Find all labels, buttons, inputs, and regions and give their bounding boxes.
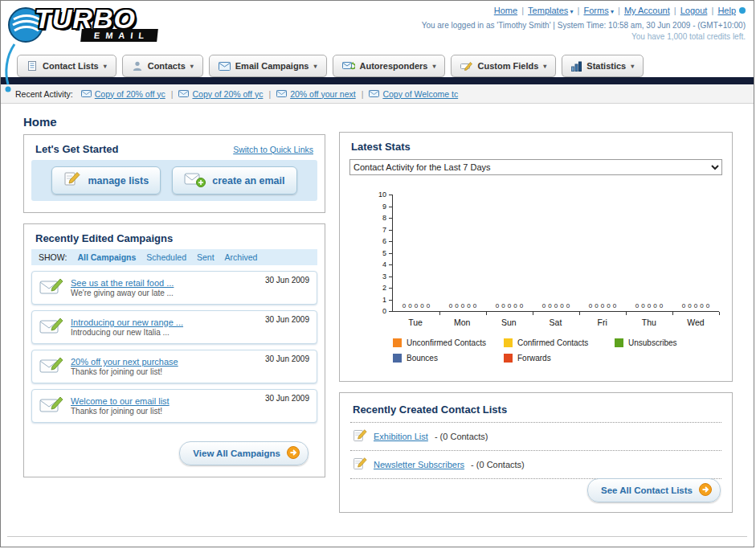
nav-tab-statistics[interactable]: Statistics▾ <box>562 55 644 77</box>
view-all-campaigns-label: View All Campaigns <box>193 449 280 458</box>
campaign-envelope-pencil-icon <box>39 355 63 378</box>
legend-item-confirmed-contacts: Confirmed Contacts <box>504 338 615 347</box>
top-link-templates[interactable]: Templates <box>528 6 568 15</box>
recent-activity-link[interactable]: Copy of 20% off yc <box>95 89 166 99</box>
y-tick: 3 <box>370 273 392 281</box>
logo-email-banner: EMAIL <box>80 29 158 42</box>
campaign-envelope-pencil-icon <box>39 395 63 417</box>
manage-lists-button[interactable]: manage lists <box>51 166 161 195</box>
legend-label: Unconfirmed Contacts <box>407 338 486 347</box>
campaign-list-item[interactable]: See us at the retail food ...We're givin… <box>31 271 317 305</box>
y-tick: 5 <box>370 250 392 257</box>
contact-lists-title: Recently Created Contact Lists <box>353 404 507 416</box>
campaign-list-item[interactable]: 20% off your next purchaseThanks for joi… <box>31 350 317 383</box>
divider-bar <box>1 77 754 84</box>
create-email-label: create an email <box>212 175 284 186</box>
chart-group-fri: 00000 <box>579 195 626 311</box>
contact-list-count: - (0 Contacts) <box>435 432 488 441</box>
recent-activity-link[interactable]: Copy of 20% off yc <box>192 89 263 99</box>
main-nav-tabs: Contact Lists▾Contacts▾Email Campaigns▾A… <box>17 55 644 77</box>
y-tick: 4 <box>370 261 392 268</box>
chevron-down-icon: ▾ <box>432 63 435 70</box>
legend-label: Bounces <box>407 354 438 363</box>
top-link-forms[interactable]: Forms <box>583 6 608 15</box>
y-tick: 9 <box>370 203 392 211</box>
statistics-icon <box>571 61 582 72</box>
x-axis-label: Thu <box>626 318 672 327</box>
contact-list-link[interactable]: Newsletter Subscribers <box>374 460 464 469</box>
top-nav: Home | Templates ▾ | Forms ▾ | My Accoun… <box>494 6 736 15</box>
pencil-paper-icon <box>63 171 81 190</box>
recent-activity-item: Copy of 20% off yc <box>81 89 166 99</box>
contact-list-link[interactable]: Exhibition List <box>374 432 428 441</box>
x-axis-label: Wed <box>672 318 719 327</box>
campaign-filter-bar: SHOW: All CampaignsScheduledSentArchived <box>31 249 317 265</box>
separator: | <box>171 89 174 99</box>
y-tick: 1 <box>370 297 392 304</box>
top-link-help[interactable]: Help <box>717 6 736 15</box>
switch-quick-links[interactable]: Switch to Quick Links <box>233 145 313 154</box>
recent-activity-link[interactable]: 20% off your next <box>290 89 356 99</box>
campaign-title-link[interactable]: See us at the retail food ... <box>71 278 174 288</box>
x-axis-label: Tue <box>392 318 439 327</box>
campaign-filter-scheduled[interactable]: Scheduled <box>146 252 186 262</box>
x-axis-label: Fri <box>579 318 626 327</box>
chevron-down-icon: ▾ <box>631 63 634 70</box>
view-all-campaigns-button[interactable]: View All Campaigns <box>179 441 309 465</box>
recent-activity-label: Recent Activity: <box>15 89 73 99</box>
campaign-date: 30 Jun 2009 <box>265 315 309 324</box>
envelope-icon <box>276 89 287 99</box>
nav-tab-email-campaigns[interactable]: Email Campaigns▾ <box>209 55 327 77</box>
campaign-title-link[interactable]: 20% off your next purchase <box>71 357 178 367</box>
chevron-down-icon: ▾ <box>190 63 194 70</box>
footer-divider <box>7 536 747 537</box>
campaign-envelope-pencil-icon <box>39 316 63 338</box>
top-link-logout[interactable]: Logout <box>680 6 708 15</box>
stats-period-select[interactable]: Contact Activity for the Last 7 Days <box>349 159 722 175</box>
campaign-filter-archived[interactable]: Archived <box>225 252 258 262</box>
campaign-filter-all-campaigns[interactable]: All Campaigns <box>77 252 136 262</box>
legend-label: Unsubscribes <box>628 338 677 347</box>
chart-y-axis: 109876543210 <box>370 191 392 315</box>
recent-activity-link[interactable]: Copy of Welcome tc <box>382 89 458 99</box>
contact-lists: Exhibition List- (0 Contacts)Newsletter … <box>340 423 732 479</box>
chart-group-mon: 00000 <box>439 195 486 311</box>
chart-group-sun: 00000 <box>486 195 533 311</box>
recent-contact-lists-panel: Recently Created Contact Lists Exhibitio… <box>339 392 733 513</box>
nav-tab-contacts[interactable]: Contacts▾ <box>122 55 203 77</box>
nav-tab-label: Email Campaigns <box>235 61 309 71</box>
campaign-subtitle: Introducing our new Italia ... <box>71 328 183 337</box>
edit-pencil-icon <box>353 457 367 473</box>
email-campaigns-icon <box>219 62 231 71</box>
top-link-my-account[interactable]: My Account <box>624 6 670 15</box>
get-started-panel: Let's Get Started Switch to Quick Links … <box>23 134 325 213</box>
nav-tab-autoresponders[interactable]: Autoresponders▾ <box>333 55 446 77</box>
contact-list-count: - (0 Contacts) <box>471 460 525 469</box>
campaign-list-item[interactable]: Welcome to our email listThanks for join… <box>31 389 317 423</box>
campaign-title-link[interactable]: Welcome to our email list <box>71 396 170 406</box>
campaign-title-link[interactable]: Introducing our new range ... <box>71 318 183 327</box>
separator: | <box>672 6 679 15</box>
legend-item-unsubscribes: Unsubscribes <box>615 338 725 347</box>
campaign-date: 30 Jun 2009 <box>265 394 309 403</box>
envelope-icon <box>81 89 92 99</box>
chart-x-axis: TueMonSunSatFriThuWed <box>392 318 719 327</box>
legend-swatch <box>504 354 513 363</box>
nav-tab-label: Contact Lists <box>43 61 99 71</box>
chart-plot-area: 00000000000000000000000000000000000 <box>393 195 719 311</box>
campaign-filter-sent[interactable]: Sent <box>197 252 215 262</box>
y-tick: 6 <box>370 238 392 245</box>
credits-info: You have 1,000 total credits left. <box>422 32 746 41</box>
y-tick: 7 <box>370 227 392 234</box>
create-email-button[interactable]: create an email <box>172 166 296 195</box>
see-all-contact-lists-button[interactable]: See All Contact Lists <box>587 478 721 502</box>
autoresponders-icon <box>342 61 355 71</box>
recent-activity-item: Copy of 20% off yc <box>178 89 263 99</box>
separator: | <box>519 6 526 15</box>
nav-tab-contact-lists[interactable]: Contact Lists▾ <box>17 55 116 77</box>
show-label: SHOW: <box>39 252 67 262</box>
separator: | <box>709 6 716 15</box>
nav-tab-custom-fields[interactable]: Custom Fields▾ <box>451 55 556 77</box>
campaign-list-item[interactable]: Introducing our new range ...Introducing… <box>31 310 317 344</box>
top-link-home[interactable]: Home <box>494 6 517 15</box>
